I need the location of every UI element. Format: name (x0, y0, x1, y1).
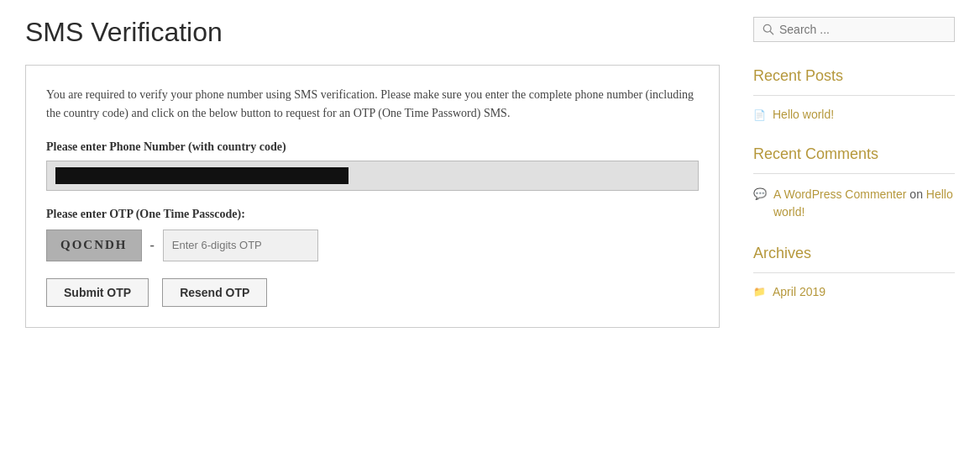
comment-author-link[interactable]: A WordPress Commenter (773, 187, 906, 201)
post-link-hello-world[interactable]: Hello world! (773, 108, 834, 121)
otp-input[interactable] (163, 230, 318, 261)
page-title: SMS Verification (25, 17, 720, 48)
recent-posts-section: Recent Posts 📄 Hello world! (753, 67, 955, 122)
archives-divider (753, 272, 955, 273)
comment-text: A WordPress Commenter on Hello world! (773, 186, 955, 221)
button-row: Submit OTP Resend OTP (46, 278, 699, 307)
search-icon (763, 24, 774, 35)
svg-line-1 (770, 31, 773, 34)
archives-section: Archives 📁 April 2019 (753, 245, 955, 298)
recent-posts-divider (753, 95, 955, 96)
recent-comments-title: Recent Comments (753, 145, 955, 163)
archive-link-april-2019[interactable]: April 2019 (773, 285, 825, 298)
captcha-display: QOCNDH (46, 230, 142, 261)
post-icon: 📄 (753, 109, 766, 122)
otp-label: Please enter OTP (One Time Passcode): (46, 208, 699, 221)
resend-otp-button[interactable]: Resend OTP (162, 278, 267, 307)
phone-input[interactable] (46, 161, 699, 191)
recent-posts-title: Recent Posts (753, 67, 955, 85)
comment-item: 💬 A WordPress Commenter on Hello world! (753, 186, 955, 221)
phone-label: Please enter Phone Number (with country … (46, 140, 699, 154)
search-box[interactable] (753, 17, 955, 42)
main-content: SMS Verification You are required to ver… (25, 17, 720, 345)
sidebar: Recent Posts 📄 Hello world! Recent Comme… (753, 17, 955, 345)
archive-item: 📁 April 2019 (753, 285, 955, 298)
submit-otp-button[interactable]: Submit OTP (46, 278, 149, 307)
archives-title: Archives (753, 245, 955, 262)
search-input[interactable] (779, 23, 946, 36)
post-item: 📄 Hello world! (753, 108, 955, 122)
otp-separator: - (150, 238, 155, 253)
otp-row: QOCNDH - (46, 230, 699, 261)
comment-on-text: on (909, 187, 923, 201)
comment-icon: 💬 (753, 187, 767, 201)
archive-icon: 📁 (753, 286, 766, 298)
intro-text: You are required to verify your phone nu… (46, 86, 699, 124)
recent-comments-section: Recent Comments 💬 A WordPress Commenter … (753, 145, 955, 221)
recent-comments-divider (753, 173, 955, 174)
verification-box: You are required to verify your phone nu… (25, 65, 720, 328)
